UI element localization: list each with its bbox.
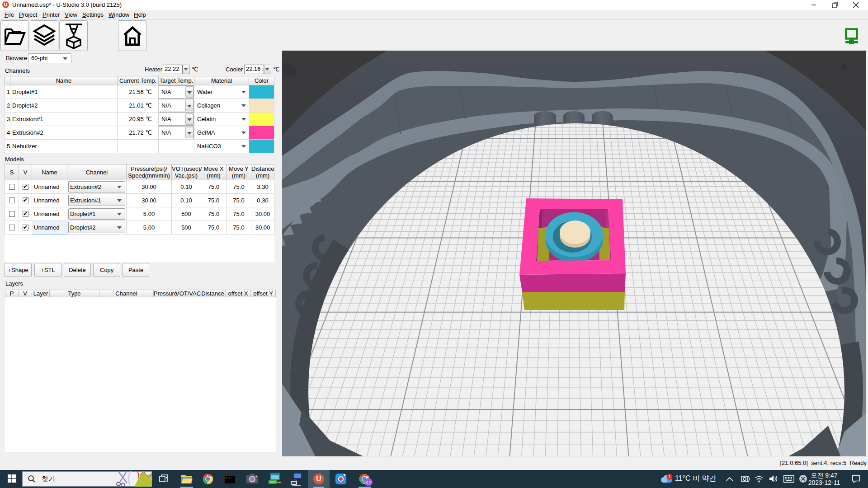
svg-text:1: 1 <box>668 474 670 479</box>
svg-text:C:\_: C:\_ <box>226 476 232 479</box>
